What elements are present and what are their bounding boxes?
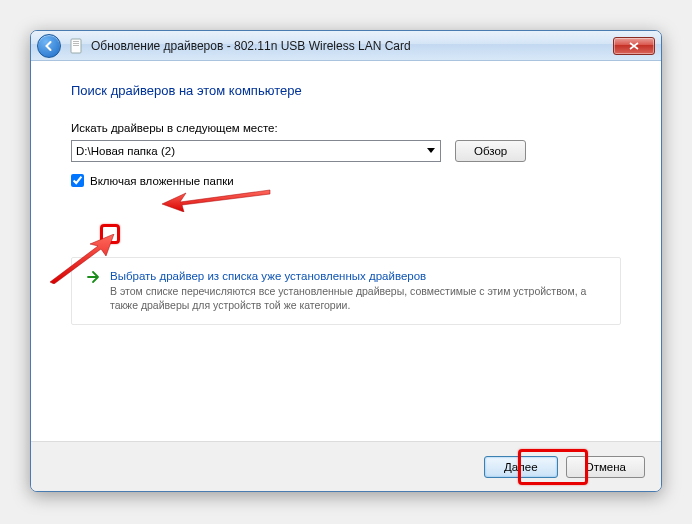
pick-from-list-panel[interactable]: Выбрать драйвер из списка уже установлен… xyxy=(71,257,621,325)
content-area: Поиск драйверов на этом компьютере Искат… xyxy=(31,61,661,441)
include-subfolders-row[interactable]: Включая вложенные папки xyxy=(71,174,621,187)
browse-button[interactable]: Обзор xyxy=(455,140,526,162)
driver-update-window: Обновление драйверов - 802.11n USB Wirel… xyxy=(30,30,662,492)
page-heading: Поиск драйверов на этом компьютере xyxy=(71,83,621,98)
arrow-right-icon xyxy=(86,270,100,286)
location-row: D:\Новая папка (2) Обзор xyxy=(71,140,621,162)
pick-from-list-text: Выбрать драйвер из списка уже установлен… xyxy=(110,270,606,312)
pick-from-list-desc: В этом списке перечисляются все установл… xyxy=(110,284,606,312)
footer: Далее Отмена xyxy=(31,441,661,491)
close-icon xyxy=(629,42,639,50)
window-title: Обновление драйверов - 802.11n USB Wirel… xyxy=(91,39,613,53)
close-button[interactable] xyxy=(613,37,655,55)
svg-rect-2 xyxy=(73,43,79,44)
window-icon xyxy=(69,38,85,54)
include-subfolders-label: Включая вложенные папки xyxy=(90,175,234,187)
titlebar: Обновление драйверов - 802.11n USB Wirel… xyxy=(31,31,661,61)
path-value: D:\Новая папка (2) xyxy=(76,141,420,161)
svg-rect-1 xyxy=(73,41,79,42)
include-subfolders-checkbox[interactable] xyxy=(71,174,84,187)
cancel-button[interactable]: Отмена xyxy=(566,456,645,478)
svg-rect-3 xyxy=(73,45,79,46)
path-combobox[interactable]: D:\Новая папка (2) xyxy=(71,140,441,162)
search-location-label: Искать драйверы в следующем месте: xyxy=(71,122,621,134)
back-button[interactable] xyxy=(37,34,61,58)
next-button[interactable]: Далее xyxy=(484,456,558,478)
pick-from-list-title: Выбрать драйвер из списка уже установлен… xyxy=(110,270,606,282)
arrow-left-icon xyxy=(43,40,55,52)
chevron-down-icon[interactable] xyxy=(423,142,439,160)
